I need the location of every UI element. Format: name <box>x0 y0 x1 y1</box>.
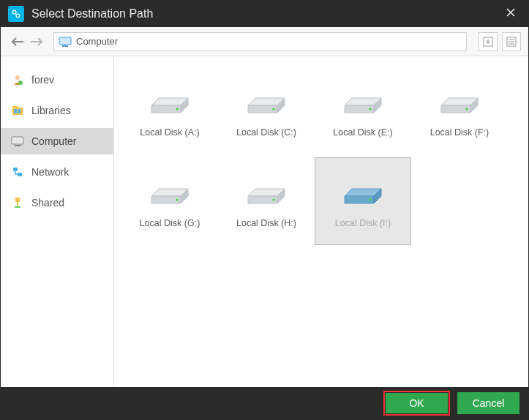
disk-label: Local Disk (H:) <box>236 218 296 228</box>
svg-rect-2 <box>59 37 71 45</box>
sidebar-item-computer[interactable]: Computer <box>1 128 113 154</box>
sidebar-item-label: Network <box>31 166 69 178</box>
disk-item[interactable]: Local Disk (C:) <box>218 67 315 154</box>
content-area: Local Disk (A:) Local Disk (C:) Local Di… <box>114 56 528 387</box>
footer: OK Cancel <box>1 387 528 419</box>
sidebar-item-label: Shared <box>31 197 64 209</box>
disk-icon <box>337 174 389 211</box>
svg-point-33 <box>466 108 468 110</box>
svg-rect-10 <box>14 109 17 113</box>
arrow-right-icon <box>30 37 43 47</box>
svg-point-41 <box>273 199 275 201</box>
disk-item[interactable]: Local Disk (F:) <box>411 67 508 154</box>
disk-icon <box>144 83 195 120</box>
disk-grid: Local Disk (A:) Local Disk (C:) Local Di… <box>121 67 521 248</box>
app-icon <box>8 6 24 22</box>
toolbar: Computer <box>1 27 528 56</box>
disk-icon <box>144 174 195 211</box>
disk-label: Local Disk (E:) <box>333 127 392 138</box>
sidebar-item-shared[interactable]: Shared <box>1 190 113 216</box>
sidebar-item-label: Computer <box>31 135 76 147</box>
svg-rect-13 <box>15 145 20 146</box>
svg-point-25 <box>273 108 275 110</box>
dialog-body: forev Libraries Computer Network <box>1 56 528 387</box>
view-list-button[interactable] <box>502 32 521 51</box>
svg-rect-12 <box>12 137 23 144</box>
disk-icon <box>434 83 485 120</box>
title-bar: Select Destination Path <box>1 1 528 27</box>
disk-icon <box>241 83 292 120</box>
network-icon <box>11 166 24 178</box>
forward-button[interactable] <box>27 32 46 51</box>
svg-point-0 <box>12 10 16 14</box>
libraries-icon <box>11 105 24 116</box>
path-box[interactable]: Computer <box>53 32 467 51</box>
sidebar-item-libraries[interactable]: Libraries <box>1 97 113 124</box>
sidebar: forev Libraries Computer Network <box>1 56 114 387</box>
svg-rect-3 <box>62 45 68 47</box>
window-title: Select Destination Path <box>31 7 500 20</box>
svg-rect-15 <box>18 173 22 176</box>
svg-rect-11 <box>18 109 20 113</box>
cancel-button[interactable]: Cancel <box>457 392 519 414</box>
ok-highlight: OK <box>383 391 450 416</box>
disk-icon <box>337 83 389 120</box>
disk-item-selected[interactable]: Local Disk (I:) <box>315 157 411 245</box>
sync-icon <box>11 9 21 19</box>
plus-icon <box>483 37 493 47</box>
new-folder-button[interactable] <box>479 32 498 51</box>
svg-point-29 <box>369 108 372 110</box>
disk-label: Local Disk (C:) <box>236 127 296 138</box>
close-icon <box>506 7 516 18</box>
svg-rect-17 <box>15 206 20 208</box>
svg-point-1 <box>16 14 20 18</box>
sidebar-item-network[interactable]: Network <box>1 159 113 185</box>
svg-point-21 <box>176 108 179 110</box>
ok-button[interactable]: OK <box>386 393 448 413</box>
sidebar-item-label: forev <box>31 74 54 86</box>
disk-item[interactable]: Local Disk (H:) <box>218 157 315 245</box>
svg-point-45 <box>369 199 372 201</box>
svg-point-37 <box>176 199 179 201</box>
user-icon <box>11 74 24 86</box>
list-icon <box>506 37 517 47</box>
computer-icon <box>11 135 24 147</box>
arrow-left-icon <box>11 37 24 47</box>
disk-icon <box>241 174 292 211</box>
disk-label: Local Disk (F:) <box>430 127 489 138</box>
disk-item[interactable]: Local Disk (A:) <box>121 67 218 154</box>
svg-point-7 <box>18 80 23 85</box>
shared-icon <box>11 197 24 209</box>
computer-icon <box>59 37 72 47</box>
disk-label: Local Disk (G:) <box>140 218 200 228</box>
disk-label: Local Disk (I:) <box>335 218 391 228</box>
disk-label: Local Disk (A:) <box>140 127 199 138</box>
path-text: Computer <box>76 36 118 47</box>
svg-rect-14 <box>13 168 18 171</box>
svg-rect-9 <box>12 106 18 108</box>
back-button[interactable] <box>8 32 27 51</box>
svg-point-6 <box>15 75 20 80</box>
svg-rect-16 <box>15 198 20 202</box>
sidebar-item-label: Libraries <box>31 105 71 116</box>
disk-item[interactable]: Local Disk (E:) <box>315 67 411 154</box>
dialog-window: Select Destination Path Computer <box>0 0 529 420</box>
sidebar-item-user[interactable]: forev <box>1 67 113 93</box>
disk-item[interactable]: Local Disk (G:) <box>121 157 218 245</box>
close-button[interactable] <box>500 7 521 20</box>
